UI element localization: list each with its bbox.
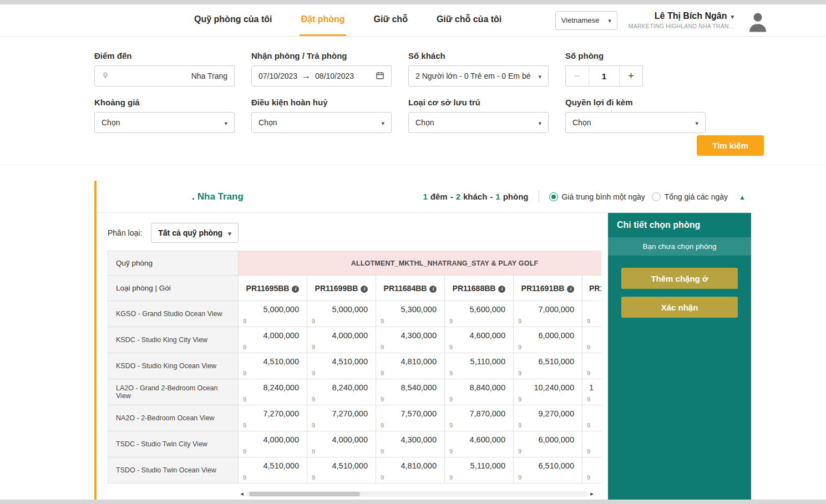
price-cell[interactable]: 4,810,0009 (376, 457, 445, 483)
nav-tab-3[interactable]: Giữ chỗ (373, 4, 409, 36)
price-cell[interactable]: 4,300,0009 (376, 327, 445, 353)
search-button[interactable]: Tìm kiếm (697, 135, 764, 156)
room-type-label: KSDO - Studio King Ocean View (108, 353, 239, 379)
price-cell[interactable]: 7,000,0009 (514, 301, 582, 327)
scroll-left-arrow-icon[interactable] (238, 490, 246, 497)
price-cell[interactable]: 7,270,0009 (307, 405, 376, 431)
price-cell[interactable]: 8,240,0009 (239, 379, 307, 405)
price-cell[interactable]: 7,570,0009 (376, 405, 445, 431)
price-value: 6,510,000 (538, 357, 574, 366)
price-cell[interactable]: 10,240,0009 (514, 379, 582, 405)
price-cell[interactable]: 4,600,0009 (445, 431, 514, 457)
availability-count: 9 (587, 474, 590, 481)
scroll-right-arrow-icon[interactable] (588, 490, 596, 497)
price-cell[interactable]: 9 (582, 301, 602, 327)
price-cell[interactable]: 5,110,0009 (445, 353, 514, 379)
availability-count: 9 (449, 344, 453, 350)
price-cell[interactable]: 5,000,0009 (307, 301, 376, 327)
price-value: 4,510,000 (332, 357, 368, 366)
price-cell[interactable]: 4,510,0009 (307, 353, 376, 379)
price-cell[interactable]: 5,000,0009 (239, 301, 307, 327)
price-cell[interactable]: 9 (582, 327, 602, 353)
price-cell[interactable]: 4,300,0009 (376, 431, 445, 457)
price-cell[interactable]: 5,300,0009 (376, 301, 445, 327)
availability-count: 9 (518, 396, 521, 403)
price-cell[interactable]: 8,240,0009 (307, 379, 376, 405)
user-name: Lê Thị Bích Ngân (655, 11, 727, 21)
price-cell[interactable]: 4,810,0009 (376, 353, 445, 379)
price-cell[interactable]: 8,840,0009 (445, 379, 514, 405)
rooms-decrement-button[interactable]: − (566, 66, 589, 86)
room-type-label: LA2O - Grand 2-Bedroom Ocean View (108, 379, 239, 405)
destination-title: .Nha Trang (192, 191, 244, 202)
price-cell[interactable]: 4,000,0009 (239, 327, 307, 353)
nav-tab-1[interactable]: Quỹ phòng của tôi (193, 4, 273, 36)
rooms-increment-button[interactable]: + (619, 66, 642, 86)
availability-count: 9 (449, 318, 453, 324)
price-cell[interactable]: 9,270,0009 (514, 405, 582, 431)
price-cell[interactable]: 4,000,0009 (307, 327, 376, 353)
info-icon[interactable] (292, 286, 299, 293)
info-icon[interactable] (429, 286, 437, 293)
confirm-button[interactable]: Xác nhận (621, 297, 738, 318)
price-cell[interactable]: 5,110,0009 (445, 457, 514, 483)
property-type-select[interactable]: Chọn (408, 112, 549, 133)
fund-column-header: Quỹ phòng (108, 251, 239, 276)
price-cell[interactable]: 6,000,0009 (514, 327, 582, 353)
price-value: 7,270,000 (263, 409, 299, 418)
price-cell[interactable]: 4,000,0009 (307, 431, 376, 457)
availability-count: 9 (381, 396, 384, 403)
price-cell[interactable]: 8,540,0009 (376, 379, 445, 405)
vertical-divider (539, 191, 539, 203)
benefits-select[interactable]: Chọn (565, 112, 706, 133)
language-select[interactable]: Vietnamese (555, 11, 617, 30)
price-cell[interactable]: 7,270,0009 (239, 405, 307, 431)
radio-icon (549, 192, 558, 201)
price-cell[interactable]: 9 (582, 431, 602, 457)
availability-count: 9 (312, 422, 315, 429)
price-cell[interactable]: 4,510,0009 (307, 457, 376, 483)
price-cell[interactable]: 6,000,0009 (514, 431, 582, 457)
price-cell[interactable]: 19 (582, 379, 602, 405)
radio-total-price[interactable]: Tổng giá các ngày (652, 192, 728, 201)
price-cell[interactable]: 5,600,0009 (445, 301, 514, 327)
availability-count: 9 (587, 344, 590, 350)
availability-count: 9 (243, 370, 246, 376)
price-cell[interactable]: 4,000,0009 (239, 431, 307, 457)
availability-count: 9 (381, 344, 384, 350)
destination-input[interactable]: Nha Trang (94, 65, 235, 86)
results-section: .Nha Trang 1đêm - 2khách - 1phòng Giá tr… (0, 165, 826, 504)
table-horizontal-scrollbar[interactable] (238, 490, 596, 497)
availability-count: 9 (381, 422, 384, 429)
avatar[interactable] (745, 8, 771, 33)
nav-tab-4[interactable]: Giữ chỗ của tôi (435, 4, 503, 36)
availability-count: 9 (518, 474, 521, 481)
price-cell[interactable]: 7,870,0009 (445, 405, 514, 431)
user-menu[interactable]: Lê Thị Bích Ngân MARKETING HIGHLAND NHA … (629, 11, 734, 29)
collapse-arrow-icon[interactable] (739, 192, 746, 202)
add-stay-button[interactable]: Thêm chặng ở (621, 268, 738, 289)
price-value: 4,510,000 (263, 461, 299, 470)
arrow-right-icon (302, 71, 311, 81)
price-cell[interactable]: 4,600,0009 (445, 327, 514, 353)
price-cell[interactable]: 9 (582, 353, 602, 379)
price-cell[interactable]: 6,510,0009 (514, 353, 582, 379)
price-cell[interactable]: 4,510,0009 (239, 353, 307, 379)
fund-filter-select[interactable]: Tất cả quỹ phòng (151, 223, 238, 243)
daterange-input[interactable]: 07/10/2023 08/10/2023 (251, 65, 392, 86)
cancellation-select[interactable]: Chọn (251, 112, 392, 133)
price-value: 5,000,000 (332, 305, 368, 314)
scrollbar-thumb[interactable] (249, 492, 360, 496)
info-icon[interactable] (567, 286, 574, 293)
price-cell[interactable]: 6,510,0009 (514, 457, 582, 483)
guests-select[interactable]: 2 Người lớn - 0 Trẻ em - 0 Em bé (408, 65, 549, 86)
price-cell[interactable]: 9 (582, 405, 602, 431)
info-icon[interactable] (498, 286, 505, 293)
radio-avg-price[interactable]: Giá trung bình một ngày (549, 192, 645, 201)
price-range-select[interactable]: Chọn (94, 112, 235, 133)
nav-tab-2[interactable]: Đặt phòng (300, 4, 346, 36)
scrollbar-track[interactable] (246, 491, 588, 497)
price-cell[interactable]: 9 (582, 457, 602, 483)
info-icon[interactable] (361, 286, 368, 293)
price-cell[interactable]: 4,510,0009 (239, 457, 307, 483)
